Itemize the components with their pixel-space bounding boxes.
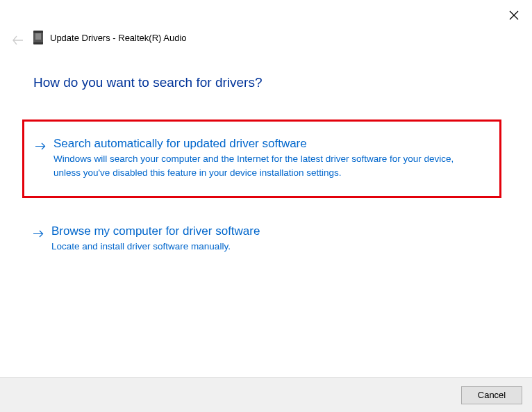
arrow-right-icon <box>34 140 47 152</box>
cancel-button[interactable]: Cancel <box>461 386 522 404</box>
back-arrow-icon <box>13 35 24 45</box>
device-icon <box>33 31 43 44</box>
option-description: Windows will search your computer and th… <box>53 152 463 179</box>
option-title: Search automatically for updated driver … <box>53 137 490 151</box>
option-description: Locate and install driver software manua… <box>51 240 461 254</box>
option-text: Browse my computer for driver software L… <box>51 224 492 254</box>
close-button[interactable] <box>507 8 521 22</box>
option-browse-computer[interactable]: Browse my computer for driver software L… <box>22 213 501 266</box>
option-title: Browse my computer for driver software <box>51 224 492 238</box>
dialog-title: Update Drivers - Realtek(R) Audio <box>50 33 187 43</box>
arrow-right-icon <box>32 227 44 240</box>
option-search-automatically[interactable]: Search automatically for updated driver … <box>22 120 501 198</box>
option-text: Search automatically for updated driver … <box>53 137 490 179</box>
options-area: Search automatically for updated driver … <box>22 120 501 266</box>
dialog-header: Update Drivers - Realtek(R) Audio <box>33 31 187 44</box>
main-heading: How do you want to search for drivers? <box>33 75 263 90</box>
back-button <box>11 33 25 47</box>
dialog-footer: Cancel <box>0 377 532 412</box>
close-icon <box>509 10 519 20</box>
